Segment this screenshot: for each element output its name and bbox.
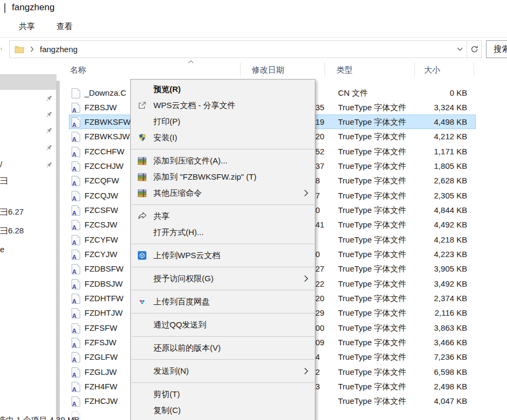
- share-icon: [135, 212, 149, 220]
- menu-item[interactable]: 安装(I): [131, 130, 315, 146]
- font-file-icon: A: [72, 205, 80, 216]
- file-date-fragment: 7: [315, 191, 320, 200]
- font-file-icon: A: [72, 132, 80, 142]
- menu-item[interactable]: WPS云文档 - 分享文件: [131, 97, 315, 113]
- file-size: 0 KB: [377, 88, 467, 97]
- font-file-icon: A: [72, 235, 80, 245]
- file-size: 2,628 KB: [377, 176, 467, 185]
- file-size: 4,498 KB: [377, 117, 467, 126]
- submenu-arrow-icon: [304, 189, 308, 197]
- menu-item[interactable]: 发送到(N): [131, 363, 315, 379]
- winrar-icon: [135, 157, 149, 165]
- winrar-icon: [135, 189, 149, 197]
- menu-item[interactable]: 其他压缩命令: [131, 185, 315, 201]
- wps-cloud-icon: [135, 251, 149, 260]
- share-square-icon: [135, 101, 149, 110]
- menu-separator: [131, 204, 314, 205]
- submenu-arrow-icon: [304, 275, 308, 282]
- menu-item-label: 发送到(N): [153, 366, 189, 376]
- file-name: FZDHTFW: [84, 294, 123, 303]
- font-file-icon: A: [72, 352, 80, 362]
- file-date-fragment: 37: [315, 161, 325, 170]
- menu-item-label: 预览(R): [153, 84, 181, 95]
- file-size: 3,863 KB: [377, 323, 467, 332]
- font-file-icon: A: [72, 264, 80, 274]
- file-name: FZCQJW: [84, 191, 118, 200]
- font-file-icon: A: [72, 161, 80, 172]
- menu-separator: [131, 313, 314, 314]
- file-name: FZBSJW: [84, 103, 117, 112]
- file-date-fragment: 19: [315, 117, 325, 126]
- menu-item-label: 授予访问权限(G): [153, 274, 214, 284]
- status-bar: 选中 1 个项目 4.39 MB: [0, 415, 80, 420]
- menu-item[interactable]: 通过QQ发送到: [131, 317, 315, 333]
- menu-item-label: 通过QQ发送到: [153, 320, 206, 330]
- file-name: FZGLJW: [84, 367, 117, 376]
- file-date-fragment: 3: [315, 382, 320, 391]
- menu-item[interactable]: 上传到百度网盘: [131, 294, 315, 310]
- file-size: 1,171 KB: [377, 147, 467, 156]
- file-name: FZCSFW: [84, 205, 118, 215]
- file-size: 4,047 KB: [377, 396, 467, 405]
- menu-separator: [131, 336, 314, 337]
- file-name: FZCYJW: [84, 250, 117, 259]
- menu-item-label: 剪切(T): [153, 389, 180, 400]
- menu-separator: [131, 359, 314, 360]
- menu-item[interactable]: 添加到 "FZBWKSFW.zip" (T): [131, 169, 315, 185]
- menu-item[interactable]: 剪切(T): [131, 386, 315, 402]
- file-name: FZDBSFW: [84, 264, 124, 273]
- menu-item[interactable]: 添加到压缩文件(A)...: [131, 153, 315, 169]
- font-file-icon: A: [72, 147, 80, 157]
- menu-item-label: WPS云文档 - 分享文件: [153, 101, 236, 111]
- file-size: 3,905 KB: [377, 264, 467, 273]
- file-date-fragment: 27: [315, 264, 325, 273]
- font-file-icon: A: [72, 117, 80, 127]
- menu-separator: [131, 149, 314, 150]
- font-file-icon: A: [72, 367, 80, 378]
- file-size: 6,598 KB: [377, 367, 467, 376]
- file-date-fragment: 2: [315, 367, 320, 376]
- file-size: 3,492 KB: [377, 279, 467, 288]
- menu-item[interactable]: 还原以前的版本(V): [131, 340, 315, 356]
- file-date-fragment: 4: [315, 352, 320, 361]
- menu-item-label: 共享: [153, 211, 170, 222]
- file-name: FZFSFW: [84, 323, 117, 332]
- font-file-icon: A: [72, 220, 80, 230]
- file-name: FZFSJW: [84, 338, 116, 347]
- file-size: 4,492 KB: [377, 220, 467, 229]
- menu-item[interactable]: 共享: [131, 208, 315, 224]
- context-menu: 预览(R)WPS云文档 - 分享文件打印(P)安装(I)添加到压缩文件(A)..…: [130, 79, 315, 420]
- menu-separator: [131, 382, 314, 383]
- file-date-fragment: 22: [315, 279, 325, 288]
- font-file-icon: A: [72, 191, 80, 201]
- font-file-icon: A: [72, 338, 80, 348]
- file-date-fragment: 09: [315, 338, 325, 347]
- file-name: FZCSJW: [84, 220, 117, 229]
- file-size: 2,305 KB: [377, 191, 467, 200]
- font-file-icon: A: [72, 308, 80, 318]
- file-size: 4,223 KB: [377, 250, 467, 259]
- font-file-icon: A: [72, 279, 80, 289]
- file-date-fragment: 41: [315, 220, 325, 229]
- menu-item[interactable]: 授予访问权限(G): [131, 270, 315, 287]
- winrar-icon: [135, 173, 149, 181]
- file-date-fragment: 0: [315, 250, 320, 259]
- file-date-fragment: 0: [315, 205, 320, 215]
- menu-item-label: 其他压缩命令: [153, 188, 202, 198]
- menu-item[interactable]: 打印(P): [131, 113, 315, 130]
- menu-separator: [131, 290, 314, 290]
- file-name: FZCCHFW: [84, 147, 124, 156]
- menu-separator: [131, 244, 314, 244]
- file-name: FZHCJW: [84, 396, 118, 405]
- menu-item[interactable]: 预览(R): [131, 81, 315, 97]
- menu-item[interactable]: 上传到WPS云文档: [131, 247, 315, 264]
- file-date-fragment: 35: [315, 103, 325, 112]
- menu-item-label: 还原以前的版本(V): [153, 343, 221, 353]
- file-size: 2,498 KB: [377, 382, 467, 391]
- font-file-icon: A: [72, 382, 80, 392]
- menu-item[interactable]: 打开方式(H)...: [131, 224, 315, 240]
- menu-item-label: 安装(I): [153, 133, 177, 143]
- menu-item-label: 上传到百度网盘: [153, 297, 210, 307]
- menu-item-label: 打开方式(H)...: [153, 227, 203, 238]
- menu-item[interactable]: 复制(C): [131, 402, 315, 418]
